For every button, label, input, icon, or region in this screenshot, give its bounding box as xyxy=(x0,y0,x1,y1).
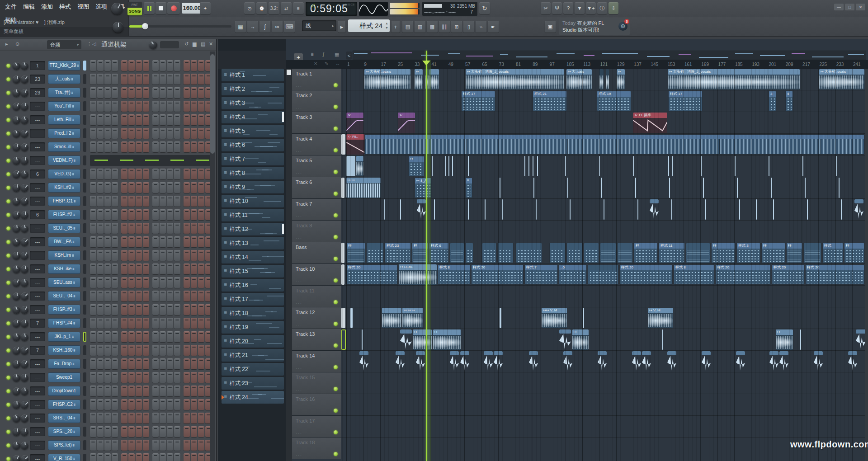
browser-icon[interactable]: ⊞ xyxy=(451,21,462,33)
step-cell[interactable] xyxy=(90,331,96,342)
step-cell[interactable] xyxy=(97,236,104,247)
step-cell[interactable] xyxy=(191,358,197,369)
step-cell[interactable] xyxy=(104,196,111,207)
step-cell[interactable] xyxy=(121,331,127,342)
step-cell[interactable] xyxy=(128,74,135,85)
step-cell[interactable] xyxy=(198,399,204,410)
step-cell[interactable] xyxy=(198,101,204,112)
channel-target-number[interactable]: 7 xyxy=(30,346,45,355)
channel-button[interactable]: SEU.._04⩩ xyxy=(48,291,80,301)
pattern-item[interactable]: ≣样式 3 xyxy=(222,97,284,109)
step-cell[interactable] xyxy=(191,196,197,207)
step-cell[interactable] xyxy=(198,386,204,396)
channel-mute-led[interactable] xyxy=(6,186,10,190)
step-cell[interactable] xyxy=(136,304,142,315)
step-cell[interactable] xyxy=(160,128,166,139)
step-cell[interactable] xyxy=(136,128,142,139)
step-cell[interactable] xyxy=(167,304,173,315)
step-cell[interactable] xyxy=(167,291,173,301)
playlist-icon[interactable]: ▦ xyxy=(427,21,438,33)
step-cell[interactable] xyxy=(97,250,104,261)
step-cell[interactable] xyxy=(143,141,149,152)
channel-target-number[interactable]: --- xyxy=(30,386,45,395)
channel-rack-titlebar[interactable]: ▸ ⊙ 音频▸ ⋮ ◁ 通道机架 ↺▆▤✕ xyxy=(0,39,216,51)
channel-target-number[interactable]: --- xyxy=(30,373,45,382)
pattern-item[interactable]: ≣样式 5 xyxy=(222,125,284,137)
step-cell[interactable] xyxy=(160,169,166,179)
step-cell[interactable] xyxy=(160,372,166,383)
step-cell[interactable] xyxy=(174,304,180,315)
step-cell[interactable] xyxy=(104,236,111,247)
step-cell[interactable] xyxy=(184,440,190,451)
step-cell[interactable] xyxy=(90,223,96,234)
step-cell[interactable] xyxy=(97,74,104,85)
level-meters[interactable] xyxy=(390,2,420,16)
record-button[interactable] xyxy=(167,2,180,14)
step-cell[interactable] xyxy=(112,209,118,220)
channel-selector[interactable] xyxy=(83,74,86,84)
step-cell[interactable] xyxy=(121,223,127,234)
step-cell[interactable] xyxy=(128,263,135,274)
tap-tempo-icon[interactable]: ✦ xyxy=(200,2,211,14)
step-cell[interactable] xyxy=(198,60,204,71)
step-cell[interactable] xyxy=(191,372,197,383)
step-cell[interactable] xyxy=(174,399,180,410)
step-cell[interactable] xyxy=(112,141,118,152)
step-cell[interactable] xyxy=(143,413,149,423)
step-cell[interactable] xyxy=(136,101,142,112)
track-header[interactable]: Track 3··· xyxy=(292,112,341,133)
step-cell[interactable] xyxy=(136,141,142,152)
step-cell[interactable] xyxy=(97,372,104,383)
channel-mute-led[interactable] xyxy=(6,430,10,434)
step-cell[interactable] xyxy=(160,141,166,152)
step-cell[interactable] xyxy=(167,182,173,193)
step-cell[interactable] xyxy=(198,318,204,329)
channel-button[interactable]: SEU.._05⩩ xyxy=(48,223,80,233)
mixer-icon[interactable]: ∥∥ xyxy=(439,21,450,33)
step-cell[interactable] xyxy=(128,413,135,423)
channel-volume-knob[interactable] xyxy=(21,360,28,368)
menu-选项[interactable]: 选项 xyxy=(95,0,107,14)
channel-selector[interactable] xyxy=(83,101,86,111)
step-cell[interactable] xyxy=(97,399,104,410)
swing-knob[interactable] xyxy=(149,41,157,49)
track-mute-led[interactable] xyxy=(334,235,338,239)
pattern-item[interactable]: ≣样式 17 xyxy=(222,293,284,306)
step-cell[interactable] xyxy=(198,291,204,301)
channel-selector[interactable] xyxy=(83,61,86,71)
step-cell[interactable] xyxy=(160,304,166,315)
step-cell[interactable] xyxy=(191,440,197,451)
scrollbar-thumb[interactable] xyxy=(287,70,291,75)
step-cell[interactable] xyxy=(121,114,127,125)
step-cell[interactable] xyxy=(136,250,142,261)
step-cell[interactable] xyxy=(136,386,142,396)
channel-button[interactable]: Pred..l 2⩩ xyxy=(48,128,80,138)
channel-button[interactable]: Tra..井)⩩ xyxy=(48,88,80,98)
step-cell[interactable] xyxy=(112,318,118,329)
step-cell[interactable] xyxy=(97,386,104,396)
close-icon[interactable]: ✕ xyxy=(209,41,213,47)
step-cell[interactable] xyxy=(128,169,135,179)
channel-target-number[interactable]: --- xyxy=(30,115,45,124)
keyboard-icon[interactable]: ▤ xyxy=(201,41,205,47)
channel-button[interactable]: DropDown1 xyxy=(48,386,80,396)
channel-button[interactable]: SPS..let)⩩ xyxy=(48,440,80,450)
channel-selector[interactable] xyxy=(83,372,86,382)
step-cell[interactable] xyxy=(104,426,111,437)
pattern-item[interactable]: ≣样式 12 xyxy=(222,223,284,235)
step-cell[interactable] xyxy=(128,128,135,139)
channel-mute-led[interactable] xyxy=(6,77,10,81)
step-cell[interactable] xyxy=(90,87,96,98)
channel-selector[interactable] xyxy=(83,88,86,98)
step-cell[interactable] xyxy=(104,358,111,369)
step-cell[interactable] xyxy=(136,399,142,410)
step-cell[interactable] xyxy=(128,386,135,396)
step-cell[interactable] xyxy=(160,453,166,461)
channel-target-number[interactable]: --- xyxy=(30,183,45,192)
step-cell[interactable] xyxy=(191,331,197,342)
step-cell[interactable] xyxy=(152,413,159,423)
step-cell[interactable] xyxy=(112,101,118,112)
group-filter-dropdown[interactable]: 音频▸ xyxy=(47,40,81,49)
channel-pan-knob[interactable] xyxy=(13,428,20,436)
pattern-item[interactable]: ≣样式 16 xyxy=(222,279,284,292)
